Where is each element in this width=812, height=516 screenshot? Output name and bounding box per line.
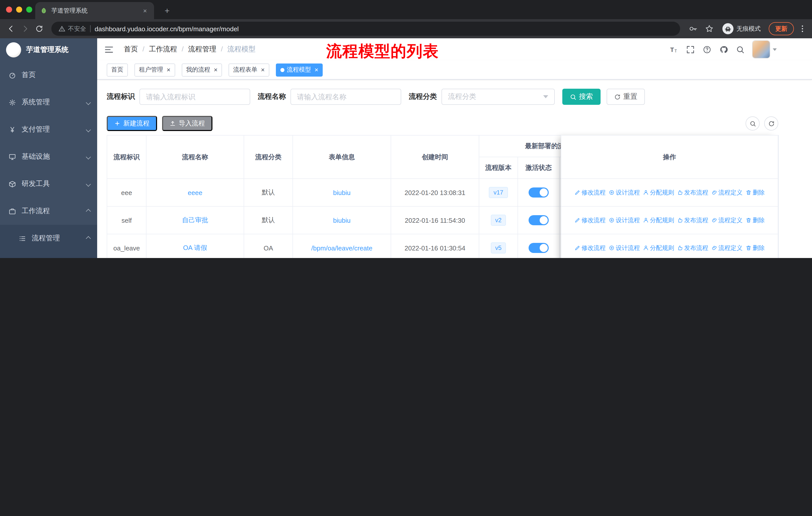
- toggle-search-button[interactable]: [746, 116, 760, 131]
- import-process-button[interactable]: 导入流程: [162, 116, 212, 131]
- create-button-label: 新建流程: [123, 119, 149, 128]
- back-icon[interactable]: [5, 23, 17, 35]
- definition-process-link[interactable]: 流程定义: [711, 244, 743, 252]
- tab-chip[interactable]: 租户管理×: [135, 63, 175, 76]
- publish-process-link[interactable]: 发布流程: [677, 216, 708, 224]
- design-process-link[interactable]: 设计流程: [609, 244, 640, 252]
- update-button[interactable]: 更新: [769, 22, 794, 35]
- app-window: 芋道管理系统 首页系统管理支付管理基础设施研发工具工作流程流程管理流程表单用户分…: [0, 38, 812, 258]
- reload-icon[interactable]: [33, 23, 45, 35]
- close-icon[interactable]: ×: [261, 66, 265, 73]
- sidebar-item-devtools[interactable]: 研发工具: [0, 170, 97, 197]
- definition-process-link[interactable]: 流程定义: [711, 188, 743, 197]
- sidebar-item-infrastructure[interactable]: 基础设施: [0, 143, 97, 170]
- process-name-link[interactable]: OA 请假: [183, 244, 207, 251]
- warning-icon: [58, 25, 65, 32]
- chevron-down-icon: [86, 154, 91, 159]
- tab-chip[interactable]: 首页: [107, 63, 128, 76]
- create-process-button[interactable]: 新建流程: [107, 116, 157, 131]
- import-button-label: 导入流程: [179, 119, 205, 128]
- close-window-button[interactable]: [6, 6, 12, 12]
- new-tab-button[interactable]: +: [161, 5, 173, 17]
- delete-process-link[interactable]: 删除: [746, 216, 765, 224]
- process-key-input[interactable]: [140, 89, 250, 105]
- logo-image: [6, 42, 21, 57]
- tab-chip[interactable]: 流程表单×: [229, 63, 269, 76]
- active-toggle[interactable]: [529, 187, 549, 197]
- close-icon[interactable]: ×: [167, 66, 170, 73]
- breadcrumb-item[interactable]: 流程管理: [177, 45, 216, 54]
- process-name-link[interactable]: 自己审批: [182, 216, 208, 224]
- form-info-link[interactable]: biubiu: [333, 216, 350, 224]
- fullscreen-icon[interactable]: [686, 45, 695, 54]
- security-chip[interactable]: 不安全: [58, 24, 86, 33]
- delete-process-link[interactable]: 删除: [746, 188, 765, 197]
- edit-process-link[interactable]: 修改流程: [574, 244, 606, 252]
- sidebar-item-payment[interactable]: 支付管理: [0, 116, 97, 143]
- github-icon[interactable]: [719, 45, 728, 54]
- definition-icon: [711, 189, 717, 195]
- delete-process-link[interactable]: 删除: [746, 244, 765, 252]
- chevron-down-icon: [86, 182, 91, 186]
- close-icon[interactable]: ×: [315, 66, 318, 73]
- search-button[interactable]: 搜索: [562, 89, 601, 105]
- assign-process-link[interactable]: 分配规则: [643, 188, 674, 197]
- main-area: 首页 工作流程 流程管理 流程模型 流程模型的列表 TT 首页租户管理×我的流程…: [97, 38, 812, 258]
- sidebar-collapse-icon[interactable]: [104, 45, 114, 54]
- definition-process-link[interactable]: 流程定义: [711, 216, 743, 224]
- address-bar[interactable]: 不安全 dashboard.yudao.iocoder.cn/bpm/manag…: [51, 22, 680, 36]
- logo[interactable]: 芋道管理系统: [0, 38, 97, 61]
- page-content: 流程标识流程名称流程分类流程分类 搜索 重置 新建流程: [97, 80, 812, 258]
- forward-icon[interactable]: [19, 23, 31, 35]
- design-process-link[interactable]: 设计流程: [609, 188, 640, 197]
- reset-button[interactable]: 重置: [607, 89, 645, 105]
- close-icon[interactable]: ×: [214, 66, 218, 73]
- browser-menu-icon[interactable]: [798, 24, 807, 33]
- assign-process-link[interactable]: 分配规则: [643, 216, 674, 224]
- process-category-select[interactable]: 流程分类: [441, 89, 555, 105]
- col-header-created: 创建时间: [391, 135, 479, 179]
- tab-chip[interactable]: 我的流程×: [181, 63, 222, 76]
- publish-process-link[interactable]: 发布流程: [677, 244, 708, 252]
- sidebar-item-process-form[interactable]: 流程表单: [0, 252, 97, 258]
- select-placeholder: 流程分类: [448, 92, 476, 101]
- refresh-table-button[interactable]: [764, 116, 778, 131]
- table-toolbar-icons: [746, 116, 778, 131]
- edit-process-link[interactable]: 修改流程: [574, 216, 606, 224]
- tab-chip[interactable]: 流程模型×: [276, 63, 323, 76]
- breadcrumb-item[interactable]: 工作流程: [138, 45, 177, 54]
- key-icon[interactable]: [689, 24, 698, 33]
- user-menu[interactable]: [753, 41, 777, 58]
- sidebar-item-workflow[interactable]: 工作流程: [0, 197, 97, 225]
- tab-chip-label: 流程模型: [287, 65, 311, 74]
- search-icon[interactable]: [736, 45, 745, 54]
- process-name-link[interactable]: eeee: [188, 189, 202, 196]
- form-info-link[interactable]: /bpm/oa/leave/create: [311, 244, 373, 252]
- active-toggle[interactable]: [529, 215, 549, 225]
- sidebar-item-system[interactable]: 系统管理: [0, 89, 97, 116]
- svg-text:T: T: [670, 46, 674, 53]
- sidebar-item-process-manage[interactable]: 流程管理: [0, 225, 97, 252]
- design-process-link[interactable]: 设计流程: [609, 216, 640, 224]
- flow-icon: [19, 235, 26, 242]
- sidebar-item-home[interactable]: 首页: [0, 61, 97, 89]
- form-info-link[interactable]: biubiu: [333, 189, 350, 196]
- assign-icon: [643, 189, 649, 195]
- breadcrumb: 首页 工作流程 流程管理 流程模型: [124, 45, 256, 54]
- breadcrumb-item[interactable]: 首页: [124, 45, 138, 54]
- sidebar-item-label: 流程管理: [32, 234, 60, 243]
- tab-close-icon[interactable]: ×: [141, 7, 149, 15]
- publish-process-link[interactable]: 发布流程: [677, 188, 708, 197]
- process-name-input[interactable]: [290, 89, 401, 105]
- browser-tab[interactable]: 芋道管理系统 ×: [35, 2, 154, 19]
- user-avatar[interactable]: [753, 41, 770, 58]
- question-icon[interactable]: [703, 45, 711, 54]
- assign-process-link[interactable]: 分配规则: [643, 244, 674, 252]
- active-toggle[interactable]: [529, 243, 549, 253]
- edit-process-link[interactable]: 修改流程: [574, 188, 606, 197]
- svg-text:T: T: [674, 49, 677, 53]
- minimize-window-button[interactable]: [16, 6, 22, 12]
- maximize-window-button[interactable]: [26, 6, 32, 12]
- fontsize-icon[interactable]: TT: [670, 45, 678, 54]
- star-icon[interactable]: [705, 24, 714, 33]
